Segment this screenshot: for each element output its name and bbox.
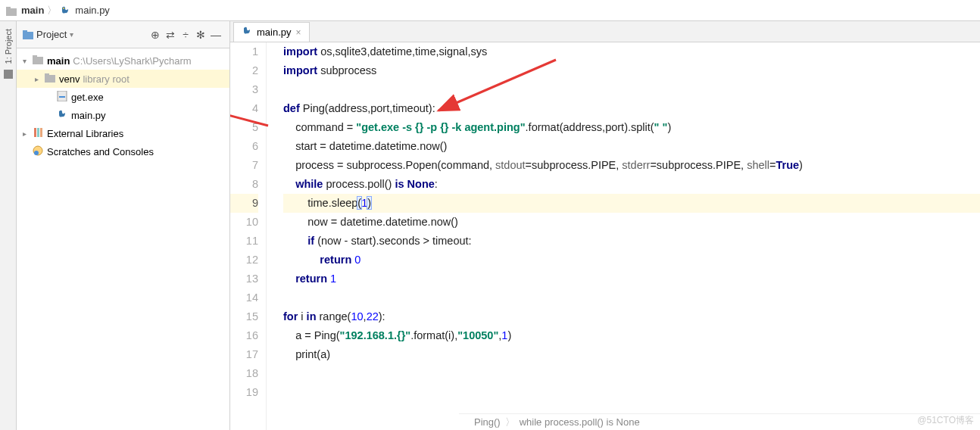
folder-icon: [6, 5, 17, 16]
locate-icon[interactable]: ⊕: [148, 27, 163, 42]
svg-rect-9: [45, 73, 49, 76]
project-tool-tab[interactable]: 1: Project: [4, 29, 13, 64]
line-gutter: 12345678910111213141516171819: [230, 42, 267, 430]
gear-icon[interactable]: ✻: [193, 27, 208, 42]
fold-strip: [267, 42, 277, 430]
svg-point-13: [34, 151, 39, 155]
python-file-icon: [242, 26, 252, 39]
status-breadcrumb: Ping() 〉 while process.poll() is None: [459, 413, 980, 430]
chevron-right-icon: 〉: [47, 4, 57, 17]
chevron-down-icon: ▾: [23, 57, 32, 65]
code-content[interactable]: import os,sqlite3,datetime,time,signal,s…: [277, 42, 980, 430]
tab-mainpy[interactable]: main.py ×: [233, 22, 310, 42]
folder-icon: [44, 73, 56, 85]
svg-rect-11: [59, 96, 65, 98]
scratches-icon: [32, 145, 44, 158]
project-sidebar: Project ▾ ⊕ ⇄ ÷ ✻ — ▾ main C:\Users\LySh…: [17, 21, 230, 430]
code-editor[interactable]: 12345678910111213141516171819 import os,…: [230, 42, 980, 430]
python-file-icon: [60, 5, 70, 17]
libraries-icon: [32, 128, 44, 139]
sidebar-title[interactable]: Project ▾: [23, 29, 73, 40]
breadcrumb-file[interactable]: main.py: [75, 5, 110, 16]
python-file-icon: [56, 109, 68, 122]
status-function[interactable]: Ping(): [474, 416, 501, 428]
folder-icon: [32, 55, 44, 67]
tree-venv[interactable]: ▸ venv library root: [17, 70, 229, 88]
project-tree: ▾ main C:\Users\LyShark\Pycharm ▸ venv l…: [17, 48, 229, 430]
tool-window-icon[interactable]: [4, 70, 13, 79]
hide-icon[interactable]: —: [208, 27, 223, 42]
exe-file-icon: [56, 91, 68, 104]
sidebar-header: Project ▾ ⊕ ⇄ ÷ ✻ —: [17, 21, 229, 48]
svg-rect-5: [23, 30, 27, 33]
expand-icon[interactable]: ⇄: [163, 27, 178, 42]
watermark: @51CTO博客: [917, 414, 974, 427]
chevron-right-icon: ▸: [23, 129, 32, 138]
editor-area: main.py × 12345678910111213141516171819 …: [230, 21, 980, 430]
left-tool-rail: 1: Project: [0, 21, 17, 430]
chevron-right-icon: ▸: [35, 75, 44, 83]
svg-point-3: [63, 8, 64, 9]
status-context[interactable]: while process.poll() is None: [520, 416, 640, 428]
tree-external-libs[interactable]: ▸ External Libraries: [17, 124, 229, 142]
tree-file-mainpy[interactable]: main.py: [17, 106, 229, 124]
collapse-icon[interactable]: ÷: [178, 27, 193, 42]
svg-rect-1: [6, 7, 11, 10]
tree-file-getexe[interactable]: get.exe: [17, 88, 229, 106]
tree-scratches[interactable]: Scratches and Consoles: [17, 142, 229, 160]
dropdown-icon: ▾: [70, 30, 73, 39]
breadcrumb: main 〉 main.py: [0, 0, 980, 21]
tree-root[interactable]: ▾ main C:\Users\LyShark\Pycharm: [17, 51, 229, 70]
svg-rect-7: [33, 55, 37, 58]
breadcrumb-folder[interactable]: main: [21, 5, 44, 16]
editor-tabs: main.py ×: [230, 21, 980, 42]
close-icon[interactable]: ×: [296, 27, 301, 38]
chevron-right-icon: 〉: [505, 416, 515, 429]
